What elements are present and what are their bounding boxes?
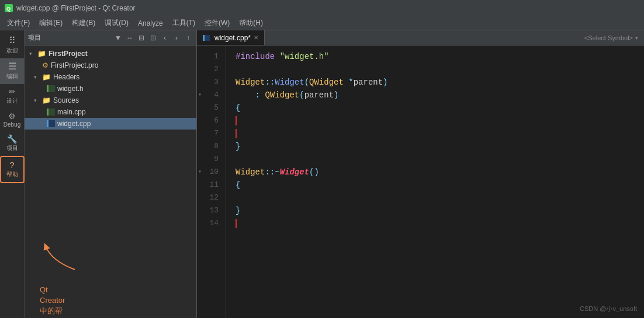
arrow-sources: ▾ bbox=[34, 97, 42, 103]
string-widget-h: "widget.h" bbox=[280, 50, 329, 63]
pro-icon: ⚙ bbox=[42, 61, 49, 69]
ln-7: 7 bbox=[197, 127, 219, 140]
sidebar-item-design[interactable]: ✏ 设计 bbox=[0, 84, 25, 109]
cursor-3 bbox=[236, 219, 237, 228]
sidebar-item-debug[interactable]: ⚙ Debug bbox=[0, 109, 25, 131]
tree-label-widget-cpp: widget.cpp bbox=[57, 120, 91, 128]
toolbar-nav-prev[interactable]: ‹ bbox=[160, 33, 169, 43]
edit-icon: ☰ bbox=[8, 62, 16, 71]
tree-label-sources: Sources bbox=[53, 96, 79, 104]
folder-icon-headers: 📁 bbox=[42, 73, 51, 81]
toolbar-nav-next[interactable]: › bbox=[172, 33, 181, 43]
arrow-headers: ▾ bbox=[34, 74, 42, 80]
toolbar-filter-btn[interactable]: ▼ bbox=[113, 33, 123, 43]
ln-6: 6 bbox=[197, 114, 219, 127]
class-name-2: Widget bbox=[236, 166, 265, 179]
menu-debug[interactable]: 调试(D) bbox=[100, 16, 133, 30]
menu-file[interactable]: 文件(F) bbox=[2, 16, 34, 30]
cursor-2 bbox=[236, 129, 237, 138]
editor-tabs: widget.cpp* ✕ <Select Symbol> ▾ bbox=[197, 30, 644, 46]
folder-icon-firstproject: 📁 bbox=[37, 50, 46, 58]
sidebar-item-help[interactable]: ? 帮助 bbox=[0, 156, 25, 183]
tree-item-main-cpp[interactable]: main.cpp bbox=[25, 106, 196, 118]
design-icon: ✏ bbox=[9, 88, 16, 96]
sidebar-item-edit[interactable]: ☰ 编辑 bbox=[0, 58, 25, 84]
tree-label-firstproject: FirstProject bbox=[49, 50, 88, 58]
arrow-firstproject: ▾ bbox=[29, 51, 37, 57]
ln-5: 5 bbox=[197, 102, 219, 114]
tree-item-firstproject-pro[interactable]: ⚙ FirstProject.pro bbox=[25, 60, 196, 71]
editor-area: widget.cpp* ✕ <Select Symbol> ▾ 1 2 3 4 … bbox=[197, 30, 644, 318]
debug-icon: ⚙ bbox=[8, 112, 16, 120]
help-icon: ? bbox=[9, 160, 14, 169]
title-text: widget.cpp @ FirstProject - Qt Creator bbox=[16, 4, 136, 12]
toolbar-nav-up[interactable]: ↑ bbox=[183, 33, 193, 43]
code-line-12 bbox=[236, 191, 635, 204]
ln-4: 4 bbox=[197, 89, 219, 102]
tree-label-widget-h: widget.h bbox=[57, 85, 84, 93]
select-symbol-dropdown[interactable]: <Select Symbol> ▾ bbox=[579, 30, 644, 45]
watermark-text: CSDN @小v_unsoft bbox=[580, 305, 637, 312]
toolbar-close-btn[interactable]: ⊡ bbox=[148, 33, 158, 43]
code-line-7 bbox=[236, 127, 635, 140]
select-symbol-label: <Select Symbol> bbox=[584, 34, 633, 41]
sidebar-item-welcome[interactable]: ⠿ 欢迎 bbox=[0, 33, 25, 58]
tab-close-btn[interactable]: ✕ bbox=[254, 34, 258, 41]
menu-build[interactable]: 构建(B) bbox=[67, 16, 100, 30]
menu-controls[interactable]: 控件(W) bbox=[200, 16, 234, 30]
tree-label-pro: FirstProject.pro bbox=[51, 61, 98, 69]
ln-9: 9 bbox=[197, 153, 219, 166]
code-line-6 bbox=[236, 114, 635, 127]
cursor-1 bbox=[236, 116, 237, 125]
code-line-2 bbox=[236, 63, 635, 76]
tree-label-headers: Headers bbox=[53, 73, 79, 81]
ln-14: 14 bbox=[197, 217, 219, 230]
ln-10: 10 bbox=[197, 166, 219, 179]
code-line-9 bbox=[236, 153, 635, 166]
app-icon: Q bbox=[5, 4, 13, 12]
tab-widget-cpp[interactable]: widget.cpp* ✕ bbox=[197, 30, 265, 45]
keyword-include: #include bbox=[236, 50, 275, 63]
toolbar-collapse-btn[interactable]: ⊟ bbox=[137, 33, 146, 43]
tree-item-widget-h[interactable]: widget.h bbox=[25, 83, 196, 95]
menu-help[interactable]: 帮助(H) bbox=[234, 16, 268, 30]
toolbar-sync-btn[interactable]: ↔ bbox=[125, 33, 134, 43]
menu-analyze[interactable]: Analyze bbox=[133, 16, 168, 30]
line-numbers: 1 2 3 4 5 6 7 8 9 10 11 12 13 14 bbox=[197, 46, 226, 318]
tree-item-widget-cpp[interactable]: widget.cpp bbox=[25, 118, 196, 130]
edit-label: 编辑 bbox=[6, 72, 18, 81]
sidebar-item-project[interactable]: 🔧 项目 bbox=[0, 131, 25, 156]
menu-tools[interactable]: 工具(T) bbox=[168, 16, 200, 30]
code-line-5: { bbox=[236, 102, 635, 114]
design-label: 设计 bbox=[6, 97, 18, 105]
panel-toolbar: 项目 ▼ ↔ ⊟ ⊡ ‹ › ↑ bbox=[25, 30, 196, 46]
tree-item-firstproject[interactable]: ▾ 📁 FirstProject bbox=[25, 48, 196, 60]
select-symbol-arrow: ▾ bbox=[635, 35, 638, 41]
sidebar: ⠿ 欢迎 ☰ 编辑 ✏ 设计 ⚙ Debug 🔧 项目 ? 帮助 bbox=[0, 30, 25, 318]
folder-icon-sources: 📁 bbox=[42, 96, 51, 104]
help-label: 帮助 bbox=[6, 170, 18, 179]
file-icon-widget-h bbox=[47, 85, 55, 92]
tree-item-sources[interactable]: ▾ 📁 Sources bbox=[25, 95, 196, 106]
project-panel: 项目 ▼ ↔ ⊟ ⊡ ‹ › ↑ ▾ 📁 FirstProject bbox=[25, 30, 197, 318]
menu-bar: 文件(F) 编辑(E) 构建(B) 调试(D) Analyze 工具(T) 控件… bbox=[0, 16, 644, 30]
ln-13: 13 bbox=[197, 204, 219, 217]
svg-text:Q: Q bbox=[6, 6, 11, 12]
class-name-1: Widget bbox=[236, 76, 265, 89]
welcome-label: 欢迎 bbox=[6, 47, 18, 55]
ln-8: 8 bbox=[197, 140, 219, 153]
ln-3: 3 bbox=[197, 76, 219, 89]
code-line-3: Widget::Widget(QWidget *parent) bbox=[236, 76, 635, 89]
destructor-name: Widget bbox=[280, 166, 309, 179]
code-editor[interactable]: #include "widget.h" Widget::Widget(QWidg… bbox=[226, 46, 644, 318]
ln-2: 2 bbox=[197, 63, 219, 76]
debug-label: Debug bbox=[4, 121, 20, 128]
tab-label: widget.cpp* bbox=[214, 34, 251, 42]
code-line-13: } bbox=[236, 204, 635, 217]
code-content[interactable]: 1 2 3 4 5 6 7 8 9 10 11 12 13 14 bbox=[197, 46, 644, 318]
code-line-4: : QWidget(parent) bbox=[236, 89, 635, 102]
ln-12: 12 bbox=[197, 191, 219, 204]
menu-edit[interactable]: 编辑(E) bbox=[34, 16, 67, 30]
ln-11: 11 bbox=[197, 179, 219, 191]
tree-item-headers[interactable]: ▾ 📁 Headers bbox=[25, 71, 196, 83]
